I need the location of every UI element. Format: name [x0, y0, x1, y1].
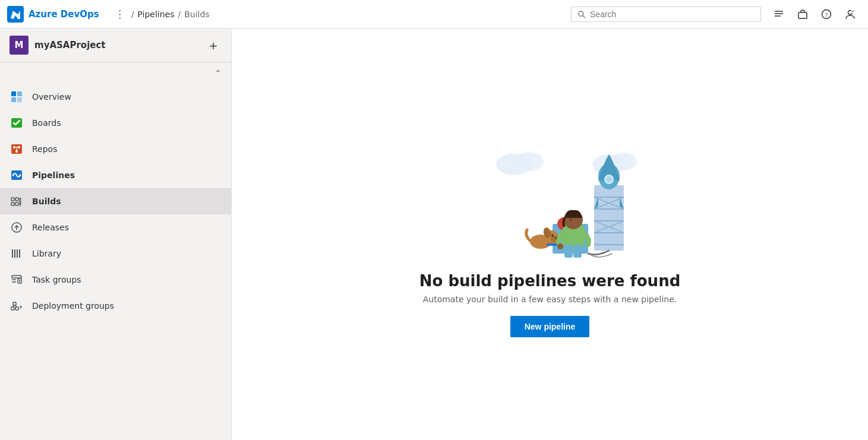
svg-line-2 — [583, 15, 585, 17]
main-layout: M myASAProject + ⌃ Overview — [0, 29, 868, 440]
task-groups-icon — [10, 273, 24, 287]
svg-point-85 — [557, 243, 563, 249]
project-avatar: M — [10, 36, 29, 55]
svg-rect-42 — [18, 278, 21, 283]
releases-icon — [10, 220, 24, 235]
user-settings-button[interactable] — [839, 4, 861, 25]
svg-point-78 — [551, 235, 554, 237]
svg-rect-81 — [564, 245, 573, 258]
empty-illustration — [437, 132, 662, 262]
bag-icon — [797, 9, 808, 20]
sidebar: M myASAProject + ⌃ Overview — [0, 29, 232, 440]
notifications-icon — [774, 9, 784, 20]
svg-rect-35 — [12, 249, 13, 258]
add-project-button[interactable]: + — [205, 37, 222, 53]
svg-rect-37 — [17, 249, 18, 258]
svg-rect-14 — [17, 97, 22, 102]
logo-icon — [7, 6, 24, 23]
boards-icon — [10, 116, 24, 130]
more-options-button[interactable]: ⋮ — [109, 8, 131, 20]
notifications-button[interactable] — [768, 4, 790, 25]
help-icon: ? — [821, 9, 832, 20]
svg-point-84 — [570, 219, 572, 220]
library-icon — [10, 246, 24, 261]
svg-rect-47 — [13, 302, 16, 305]
svg-rect-26 — [15, 198, 18, 201]
breadcrumb-builds: Builds — [184, 10, 209, 19]
svg-rect-28 — [15, 202, 18, 205]
search-box[interactable] — [571, 7, 761, 22]
svg-point-17 — [13, 146, 15, 148]
svg-point-67 — [606, 176, 612, 182]
svg-rect-38 — [19, 249, 20, 258]
empty-title: No build pipelines were found — [419, 272, 681, 290]
svg-point-18 — [18, 146, 20, 148]
boards-label: Boards — [32, 118, 61, 128]
breadcrumb: / Pipelines / Builds — [131, 10, 210, 19]
svg-rect-6 — [798, 12, 807, 18]
svg-point-23 — [12, 175, 14, 176]
overview-label: Overview — [32, 92, 71, 102]
topbar-icon-group: ? — [768, 4, 861, 25]
content-area: No build pipelines were found Automate y… — [232, 29, 868, 440]
task-groups-label: Task groups — [32, 275, 81, 284]
svg-rect-12 — [17, 91, 22, 96]
breadcrumb-separator1: / — [131, 10, 134, 19]
builds-label: Builds — [32, 197, 61, 206]
logo-text: Azure DevOps — [29, 9, 99, 20]
repos-label: Repos — [32, 144, 57, 154]
svg-rect-55 — [594, 185, 624, 251]
builds-icon — [10, 194, 24, 208]
svg-rect-45 — [11, 307, 14, 310]
svg-rect-39 — [12, 276, 21, 278]
sidebar-item-task-groups[interactable]: Task groups — [0, 267, 231, 293]
svg-rect-11 — [11, 91, 16, 96]
sidebar-item-boards[interactable]: Boards — [0, 110, 231, 136]
empty-subtitle: Automate your build in a few easy steps … — [423, 295, 677, 304]
project-name: myASAProject — [34, 40, 199, 50]
svg-point-19 — [15, 150, 18, 153]
svg-rect-36 — [14, 249, 15, 258]
svg-rect-82 — [573, 245, 582, 258]
breadcrumb-separator2: / — [178, 10, 181, 19]
sidebar-item-repos[interactable]: Repos — [0, 136, 231, 162]
svg-rect-79 — [547, 243, 557, 246]
sidebar-item-overview[interactable]: Overview — [0, 84, 231, 110]
collapse-button[interactable]: ⌃ — [210, 65, 226, 81]
sidebar-collapse-area: ⌃ — [0, 62, 231, 84]
azure-devops-logo[interactable]: Azure DevOps — [7, 6, 99, 23]
search-icon — [577, 10, 585, 18]
topbar: Azure DevOps ⋮ / Pipelines / Builds — [0, 0, 868, 29]
sidebar-item-releases[interactable]: Releases — [0, 214, 231, 240]
svg-rect-27 — [11, 202, 14, 205]
sidebar-header: M myASAProject + — [0, 29, 231, 62]
overview-icon — [10, 90, 24, 104]
svg-point-52 — [514, 152, 544, 171]
pipelines-icon — [10, 168, 24, 182]
help-button[interactable]: ? — [816, 4, 837, 25]
svg-rect-25 — [11, 198, 14, 201]
breadcrumb-pipelines[interactable]: Pipelines — [137, 10, 174, 19]
releases-label: Releases — [32, 223, 69, 232]
pipelines-label: Pipelines — [32, 170, 75, 180]
user-settings-icon — [845, 9, 856, 20]
sidebar-item-builds[interactable]: Builds — [0, 188, 231, 214]
sidebar-item-deployment-groups[interactable]: Deployment groups — [0, 293, 231, 319]
library-label: Library — [32, 249, 61, 258]
new-pipeline-button[interactable]: New pipeline — [510, 316, 590, 337]
svg-point-24 — [20, 175, 21, 176]
repos-icon — [10, 142, 24, 156]
search-input[interactable] — [590, 10, 755, 19]
shopping-bag-button[interactable] — [792, 4, 813, 25]
empty-state: No build pipelines were found Automate y… — [419, 132, 681, 337]
deployment-groups-icon — [10, 299, 24, 313]
svg-rect-46 — [15, 307, 18, 310]
svg-text:?: ? — [825, 11, 828, 18]
sidebar-item-library[interactable]: Library — [0, 240, 231, 267]
deployment-groups-label: Deployment groups — [32, 301, 114, 311]
svg-rect-13 — [11, 97, 16, 102]
sidebar-item-pipelines[interactable]: Pipelines — [0, 162, 231, 188]
